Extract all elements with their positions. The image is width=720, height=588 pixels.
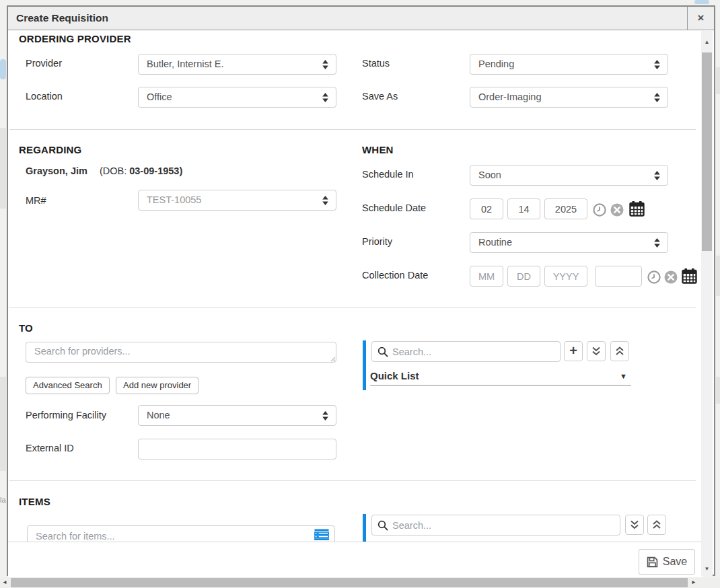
scroll-right-arrow-icon[interactable]: ►: [689, 577, 698, 588]
section-divider: [9, 307, 696, 308]
select-arrows-icon: [322, 411, 329, 420]
quick-list-header[interactable]: Quick List ▼: [370, 370, 631, 385]
status-label: Status: [362, 58, 390, 69]
select-arrows-icon: [322, 93, 329, 102]
location-select-value: Office: [147, 87, 317, 107]
collection-date-time-input[interactable]: [595, 266, 642, 287]
items-right-search-box: [371, 515, 620, 536]
section-divider: [9, 480, 696, 481]
schedule-in-label: Schedule In: [362, 169, 414, 180]
provider-label: Provider: [26, 58, 62, 69]
quick-list-label: Quick List: [370, 370, 419, 381]
schedule-in-select-value: Soon: [478, 166, 649, 185]
backdrop-fragment: [716, 256, 720, 296]
add-new-provider-button[interactable]: Add new provider: [116, 377, 199, 394]
performing-facility-select[interactable]: None: [138, 405, 336, 426]
location-label: Location: [26, 91, 63, 102]
resize-grip-icon[interactable]: [330, 357, 336, 362]
backdrop-fragment: [0, 59, 6, 79]
dialog-header: Create Requisition ×: [8, 7, 714, 30]
vertical-scrollbar-thumb[interactable]: [702, 52, 712, 251]
to-search-box: [371, 341, 561, 362]
location-select[interactable]: Office: [138, 87, 336, 108]
schedule-date-day-input[interactable]: [507, 198, 540, 219]
patient-name: Grayson, Jim: [26, 166, 87, 176]
close-icon: ×: [698, 11, 705, 24]
collection-date-time-icon[interactable]: [647, 270, 661, 284]
provider-select[interactable]: Butler, Internist E.: [138, 54, 336, 75]
save-as-label: Save As: [362, 91, 398, 102]
provider-search-textarea[interactable]: [26, 342, 336, 363]
schedule-date-month-input[interactable]: [470, 198, 503, 219]
search-icon: [377, 520, 388, 531]
mr-number-label: MR#: [26, 195, 46, 206]
ordering-provider-heading: ORDERING PROVIDER: [19, 33, 131, 44]
dialog-footer: Save: [8, 542, 703, 577]
plus-icon: +: [569, 344, 577, 357]
dialog-title: Create Requisition: [16, 7, 108, 30]
items-search-input[interactable]: [36, 526, 312, 542]
horizontal-scrollbar[interactable]: ◄ ►: [0, 577, 720, 588]
select-arrows-icon: [653, 171, 661, 180]
status-select-value: Pending: [478, 54, 649, 74]
caret-down-icon: ▼: [620, 372, 627, 380]
regarding-heading: REGARDING: [19, 144, 81, 155]
items-search-box: [27, 525, 335, 542]
schedule-date-time-icon[interactable]: [593, 203, 606, 217]
close-button[interactable]: ×: [687, 7, 714, 30]
dialog-body: ORDERING PROVIDER Provider Butler, Inter…: [8, 30, 703, 542]
collection-date-day-input[interactable]: [507, 266, 540, 287]
schedule-date-clear-icon[interactable]: [610, 203, 624, 217]
scroll-down-arrow-icon[interactable]: ▼: [701, 563, 713, 575]
backdrop-text-fragment: la: [0, 496, 6, 504]
create-requisition-dialog: Create Requisition × ORDERING PROVIDER P…: [7, 5, 715, 576]
external-id-input[interactable]: [138, 439, 336, 460]
priority-label: Priority: [362, 236, 392, 247]
to-panel-accent-bar: [363, 340, 366, 390]
backdrop-fragment: [0, 128, 6, 209]
save-button[interactable]: Save: [639, 549, 695, 575]
schedule-date-label: Schedule Date: [362, 203, 426, 213]
patient-dob: (DOB: 03-09-1953): [100, 166, 182, 176]
schedule-in-select[interactable]: Soon: [470, 165, 668, 186]
section-divider: [9, 129, 696, 130]
items-collapse-all-button[interactable]: [647, 515, 666, 535]
to-collapse-all-button[interactable]: [610, 341, 629, 361]
collection-date-label: Collection Date: [362, 270, 428, 281]
collection-date-clear-icon[interactable]: [664, 270, 678, 284]
mr-number-select-value: TEST-10055: [147, 190, 317, 210]
scroll-up-arrow-icon[interactable]: ▲: [701, 36, 713, 48]
select-arrows-icon: [653, 238, 661, 248]
horizontal-scrollbar-thumb[interactable]: [11, 578, 688, 587]
item-table-icon[interactable]: [314, 529, 329, 540]
performing-facility-label: Performing Facility: [26, 410, 106, 420]
backdrop-fragment: [716, 377, 720, 404]
collection-date-calendar-icon[interactable]: [682, 268, 697, 284]
items-panel-accent-bar: [363, 514, 366, 542]
backdrop-fragment: [0, 377, 6, 471]
to-expand-all-button[interactable]: [587, 341, 606, 361]
items-heading: ITEMS: [19, 496, 50, 507]
to-search-input[interactable]: [392, 342, 557, 361]
schedule-date-year-input[interactable]: [544, 198, 587, 219]
collection-date-year-input[interactable]: [544, 266, 587, 287]
to-add-button[interactable]: +: [564, 341, 583, 361]
select-arrows-icon: [322, 60, 329, 69]
save-button-label: Save: [663, 556, 687, 568]
status-select[interactable]: Pending: [470, 54, 668, 75]
advanced-search-button[interactable]: Advanced Search: [26, 377, 110, 394]
save-disk-icon: [647, 556, 658, 568]
items-expand-all-button[interactable]: [625, 515, 644, 535]
scroll-left-arrow-icon[interactable]: ◄: [0, 577, 9, 588]
collection-date-month-input[interactable]: [470, 266, 503, 287]
items-right-search-input[interactable]: [392, 515, 617, 535]
priority-select[interactable]: Routine: [470, 232, 668, 253]
performing-facility-select-value: None: [147, 406, 317, 425]
vertical-scrollbar[interactable]: ▲ ▼: [701, 31, 713, 576]
schedule-date-calendar-icon[interactable]: [629, 200, 645, 217]
mr-number-select[interactable]: TEST-10055: [138, 190, 336, 211]
save-as-select[interactable]: Order-Imaging: [470, 87, 668, 108]
to-heading: TO: [19, 322, 33, 334]
double-chevron-up-icon: [652, 520, 661, 529]
when-heading: WHEN: [362, 144, 394, 155]
